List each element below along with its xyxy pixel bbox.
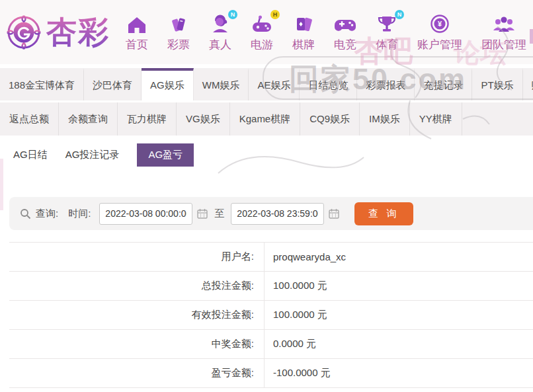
date-to-input[interactable] xyxy=(231,203,324,225)
game-tabs-row1: 188金宝博体育 沙巴体育 AG娱乐 WM娱乐 AE娱乐 日结总览 彩票报表 充… xyxy=(0,68,533,100)
tab-kgame-cards[interactable]: Kgame棋牌 xyxy=(230,102,301,136)
query-label: 查询: xyxy=(36,208,58,220)
search-icon xyxy=(20,208,31,219)
row-label-total-bet: 总投注金额: xyxy=(9,272,265,300)
tab-188jinbaobo-sports[interactable]: 188金宝博体育 xyxy=(0,68,84,100)
hot-badge: H xyxy=(270,10,280,19)
nav-item-team-mgmt[interactable]: 团队管理 xyxy=(481,13,526,52)
row-value-username: proqwearyda_xc xyxy=(265,251,346,262)
yen-coin-icon: ¥ xyxy=(429,13,450,35)
nav-item-lottery[interactable]: 彩票 xyxy=(167,13,190,52)
new-badge: N xyxy=(395,10,404,19)
calendar-icon[interactable] xyxy=(329,208,339,219)
subtab-ag-bet-records[interactable]: AG投注记录 xyxy=(65,149,120,161)
game-tabs-row2: 返点总额 余额查询 瓦力棋牌 VG娱乐 Kgame棋牌 CQ9娱乐 IM娱乐 Y… xyxy=(0,102,533,136)
new-badge: N xyxy=(228,10,237,19)
date-from-input[interactable] xyxy=(99,203,192,225)
lottery-ticket-icon xyxy=(168,13,189,35)
nav-item-live[interactable]: N 真人 xyxy=(209,13,231,52)
row-label-profit-loss: 盈亏金额: xyxy=(9,359,265,387)
brand-logo[interactable]: 杏彩 xyxy=(5,12,110,53)
row-label-valid-bet: 有效投注金额: xyxy=(9,301,265,329)
nav-item-account-mgmt[interactable]: ¥ 账户管理 xyxy=(417,13,462,52)
profit-loss-report-table: 用户名: proqwearyda_xc 总投注金额: 100.0000 元 有效… xyxy=(9,242,533,388)
nav-item-sports[interactable]: N 体育 xyxy=(376,13,398,52)
live-dealer-icon: N xyxy=(210,13,231,35)
joystick-icon: H xyxy=(251,13,273,35)
table-row: 用户名: proqwearyda_xc xyxy=(9,243,533,272)
tab-daily-overview[interactable]: 日结总览 xyxy=(300,68,357,100)
calendar-icon[interactable] xyxy=(197,208,208,219)
row-value-win-amount: 0.0000 元 xyxy=(265,338,316,350)
nav-item-home[interactable]: 首页 xyxy=(126,13,148,52)
nav-item-esports[interactable]: 电竞 xyxy=(334,13,356,52)
brand-emblem-icon xyxy=(5,14,42,51)
tab-wm-entertainment[interactable]: WM娱乐 xyxy=(194,68,249,100)
table-row: 有效投注金额: 100.0000 元 xyxy=(9,301,533,330)
header: 杏彩 首页 彩票 N xyxy=(0,0,533,64)
tab-im-entertainment[interactable]: IM娱乐 xyxy=(360,102,410,136)
nav-item-label: 体育 xyxy=(376,37,398,52)
query-bar: 查询: 时间: 至 查 询 xyxy=(9,197,533,230)
nav-item-label: 彩票 xyxy=(167,37,190,52)
team-icon xyxy=(492,13,516,35)
tab-vg-entertainment[interactable]: VG娱乐 xyxy=(177,102,230,136)
tab-yy-cards[interactable]: YY棋牌 xyxy=(410,102,462,136)
playing-cards-icon xyxy=(293,13,314,35)
tab-wali-cards[interactable]: 瓦力棋牌 xyxy=(118,102,177,136)
tab-deposit-withdraw-records[interactable]: 充提记录 xyxy=(415,68,472,100)
nav-item-label: 棋牌 xyxy=(292,37,315,52)
svg-text:¥: ¥ xyxy=(438,20,442,28)
time-label: 时间: xyxy=(68,208,91,220)
date-range-to-label: 至 xyxy=(214,208,224,220)
tab-ag-entertainment[interactable]: AG娱乐 xyxy=(142,68,194,100)
nav-item-label: 账户管理 xyxy=(417,37,462,52)
ag-subtabs: AG日结 AG投注记录 AG盈亏 xyxy=(0,137,533,172)
row-value-valid-bet: 100.0000 元 xyxy=(265,309,327,321)
tab-cq9-entertainment[interactable]: CQ9娱乐 xyxy=(300,102,360,136)
subtab-ag-daily[interactable]: AG日结 xyxy=(13,149,48,161)
table-row: 中奖金额: 0.0000 元 xyxy=(9,330,533,359)
row-value-total-bet: 100.0000 元 xyxy=(265,280,327,292)
table-row: 总投注金额: 100.0000 元 xyxy=(9,272,533,301)
brand-name: 杏彩 xyxy=(46,12,110,53)
search-button[interactable]: 查 询 xyxy=(354,202,413,225)
tab-pt-entertainment[interactable]: PT娱乐 xyxy=(472,68,522,100)
nav-item-label: 电竞 xyxy=(334,37,356,52)
trophy-icon: N xyxy=(376,13,397,35)
nav-item-cards[interactable]: 棋牌 xyxy=(292,13,315,52)
nav-item-label: 电游 xyxy=(251,37,273,52)
nav-item-egames[interactable]: H 电游 xyxy=(251,13,273,52)
row-value-profit-loss: -100.0000 元 xyxy=(265,367,331,379)
row-label-win-amount: 中奖金额: xyxy=(9,330,265,358)
gamepad-icon xyxy=(334,13,356,35)
row-label-username: 用户名: xyxy=(9,243,265,271)
nav-item-label: 团队管理 xyxy=(481,37,526,52)
tab-shaba-sports[interactable]: 沙巴体育 xyxy=(84,68,142,100)
nav-item-label: 首页 xyxy=(126,37,148,52)
home-icon xyxy=(126,13,147,35)
tab-ae-entertainment[interactable]: AE娱乐 xyxy=(249,68,300,100)
subtab-ag-profit-loss[interactable]: AG盈亏 xyxy=(137,143,194,167)
nav-item-label: 真人 xyxy=(209,37,231,52)
tab-rebate-total[interactable]: 返点总额 xyxy=(0,102,59,136)
tab-balance-query[interactable]: 余额查询 xyxy=(59,102,118,136)
table-row: 盈亏金额: -100.0000 元 xyxy=(9,359,533,388)
tab-clipped[interactable]: 账 xyxy=(523,68,533,100)
tab-lottery-report[interactable]: 彩票报表 xyxy=(357,68,415,100)
main-nav: 首页 彩票 N 真人 xyxy=(126,13,526,52)
